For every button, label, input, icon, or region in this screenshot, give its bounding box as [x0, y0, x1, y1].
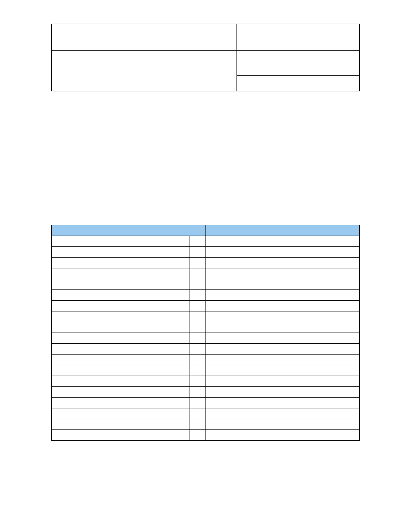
- table-cell-col2: [190, 268, 206, 279]
- table-cell-col2: [190, 258, 206, 268]
- table-cell-col3: [206, 355, 360, 365]
- table-row: [52, 344, 360, 355]
- table-cell-col1: [52, 279, 190, 290]
- table-cell-col3: [206, 279, 360, 290]
- table-cell-col1: [52, 387, 190, 398]
- table-cell-col1: [52, 344, 190, 355]
- table-cell-col2: [190, 430, 206, 441]
- top-table-cell-3-2: [237, 76, 360, 91]
- table-row: [52, 290, 360, 301]
- table-row: [52, 301, 360, 311]
- bottom-table-header-1: [52, 225, 206, 236]
- bottom-table-header-2: [206, 225, 360, 236]
- table-row: [52, 376, 360, 387]
- table-row: [52, 408, 360, 419]
- table-cell-col2: [190, 408, 206, 419]
- table-cell-col2: [190, 387, 206, 398]
- table-row: [52, 419, 360, 430]
- table-row: [52, 398, 360, 408]
- table-cell-col2: [190, 247, 206, 258]
- table-cell-col1: [52, 430, 190, 441]
- table-cell-col1: [52, 355, 190, 365]
- table-row: [52, 365, 360, 376]
- table-cell-col3: [206, 398, 360, 408]
- table-row: [52, 311, 360, 322]
- top-table-cell-1-1: [52, 24, 237, 51]
- table-cell-col3: [206, 268, 360, 279]
- table-cell-col2: [190, 376, 206, 387]
- table-cell-col1: [52, 398, 190, 408]
- table-cell-col1: [52, 290, 190, 301]
- table-cell-col2: [190, 344, 206, 355]
- table-cell-col2: [190, 279, 206, 290]
- table-cell-col3: [206, 311, 360, 322]
- table-cell-col3: [206, 301, 360, 311]
- table-cell-col2: [190, 322, 206, 333]
- table-cell-col1: [52, 311, 190, 322]
- table-cell-col2: [190, 236, 206, 247]
- table-cell-col2: [190, 311, 206, 322]
- table-cell-col3: [206, 408, 360, 419]
- table-cell-col3: [206, 365, 360, 376]
- table-cell-col3: [206, 236, 360, 247]
- top-table-cell-2-1: [52, 51, 237, 91]
- table-cell-col3: [206, 333, 360, 344]
- table-cell-col1: [52, 301, 190, 311]
- bottom-table-header-row: [52, 225, 360, 236]
- table-cell-col3: [206, 344, 360, 355]
- table-row: [52, 279, 360, 290]
- table-cell-col3: [206, 258, 360, 268]
- table-row: [52, 258, 360, 268]
- top-table: [51, 24, 360, 91]
- top-table-cell-1-2: [237, 24, 360, 51]
- table-cell-col1: [52, 268, 190, 279]
- table-cell-col2: [190, 355, 206, 365]
- table-cell-col3: [206, 322, 360, 333]
- top-table-cell-2-2a: [237, 51, 360, 76]
- page-container: [0, 0, 411, 441]
- table-row: [52, 333, 360, 344]
- table-row: [52, 430, 360, 441]
- table-cell-col3: [206, 419, 360, 430]
- table-row: [52, 387, 360, 398]
- table-row: [52, 236, 360, 247]
- table-cell-col2: [190, 398, 206, 408]
- table-row: [52, 268, 360, 279]
- table-row: [52, 247, 360, 258]
- table-cell-col1: [52, 322, 190, 333]
- table-cell-col1: [52, 376, 190, 387]
- table-cell-col2: [190, 301, 206, 311]
- table-cell-col1: [52, 419, 190, 430]
- table-cell-col3: [206, 430, 360, 441]
- table-cell-col2: [190, 290, 206, 301]
- table-cell-col3: [206, 376, 360, 387]
- table-cell-col2: [190, 419, 206, 430]
- bottom-table: [51, 225, 360, 441]
- table-cell-col3: [206, 247, 360, 258]
- table-cell-col1: [52, 365, 190, 376]
- table-cell-col2: [190, 365, 206, 376]
- table-cell-col3: [206, 387, 360, 398]
- table-cell-col2: [190, 333, 206, 344]
- table-cell-col3: [206, 290, 360, 301]
- table-row: [52, 355, 360, 365]
- table-row: [52, 322, 360, 333]
- table-cell-col1: [52, 247, 190, 258]
- table-cell-col1: [52, 236, 190, 247]
- table-cell-col1: [52, 258, 190, 268]
- table-cell-col1: [52, 408, 190, 419]
- table-cell-col1: [52, 333, 190, 344]
